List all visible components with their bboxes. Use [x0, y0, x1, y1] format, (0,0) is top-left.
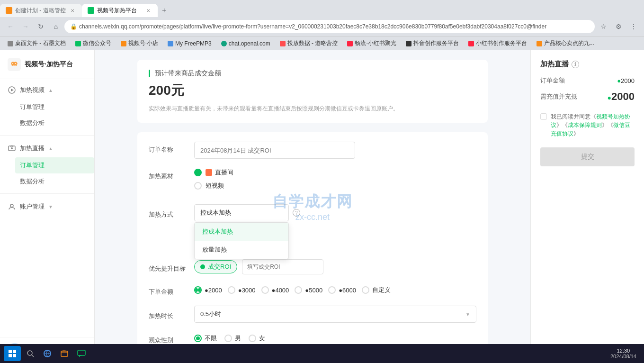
- agreement-link-2[interactable]: 成本保障规则: [568, 122, 602, 128]
- amount-item-5000[interactable]: ●5000: [295, 286, 322, 294]
- bookmark-3-label: 视频号·小店: [128, 39, 158, 47]
- audience-radio-female: [249, 335, 256, 342]
- account-icon: [8, 202, 16, 211]
- order-name-label: 订单名称: [149, 142, 187, 154]
- heating-select-trigger[interactable]: 控成本加热: [194, 204, 289, 221]
- amount-options: ●2000 ●3000 ●4000: [194, 286, 476, 294]
- heating-dropdown: 控成本加热 放量加热: [194, 222, 289, 259]
- bookmark-6[interactable]: 投放数据 - 道略营控: [276, 38, 342, 48]
- sidebar-divider-2: [0, 193, 94, 194]
- amount-item-2000[interactable]: ●2000: [194, 286, 222, 294]
- bookmark-7[interactable]: 畅流·小红书聚光: [343, 38, 400, 48]
- prediction-box: 预计带来商品成交金额 200元 实际效果与直播质量有关，未带来的观看量将在直播结…: [137, 60, 488, 123]
- bookmark-10[interactable]: 产品核心卖点的九...: [533, 38, 598, 48]
- taskbar-search[interactable]: [23, 346, 38, 361]
- audience-options: 不限 男 女: [194, 334, 476, 343]
- sidebar-sub-data-video[interactable]: 数据分析: [20, 115, 94, 131]
- taskbar-chat[interactable]: [74, 346, 89, 361]
- heating-method-control: 控成本加热 ? 控成本加热 放量加热: [194, 204, 476, 221]
- taskbar-clock: 12:30 2024/08/14: [607, 348, 640, 359]
- audience-item-female[interactable]: 女: [249, 334, 265, 343]
- home-button[interactable]: ⌂: [49, 20, 63, 33]
- amount-item-3000[interactable]: ●3000: [228, 286, 256, 294]
- priority-target-label: 优先提升目标: [149, 261, 187, 273]
- amount-radio-6000: [328, 286, 336, 294]
- heating-help-icon[interactable]: ?: [293, 209, 300, 217]
- amount-item-custom[interactable]: 自定义: [362, 286, 391, 294]
- bookmark-1[interactable]: 桌面文件 - 石墨文档: [4, 38, 70, 48]
- svg-point-2: [15, 63, 16, 64]
- tab-1-close[interactable]: ✕: [69, 7, 76, 14]
- tab-1[interactable]: 创建计划 - 道略管控 ✕: [0, 4, 82, 17]
- tab-2-close[interactable]: ✕: [144, 7, 152, 14]
- dropdown-item-volume-boost[interactable]: 放量加热: [195, 241, 288, 259]
- extension-button[interactable]: ⚙: [612, 20, 625, 33]
- audience-item-unlimited[interactable]: 不限: [194, 334, 217, 343]
- svg-point-6: [11, 147, 13, 149]
- material-label-live-box: 直播间: [206, 168, 233, 177]
- submit-button[interactable]: 提交: [540, 147, 635, 166]
- priority-tag-roi[interactable]: 成交ROI: [194, 260, 237, 273]
- bookmark-2[interactable]: 微信公众号: [72, 38, 115, 48]
- taskbar-browser[interactable]: [40, 346, 55, 361]
- bookmarks-bar: 桌面文件 - 石墨文档 微信公众号 视频号·小店 My FreePMP3 cha…: [0, 36, 644, 50]
- content-area: 自学成才网 zx-cc.net 预计带来商品成交金额 200元 实际效果与直播质…: [95, 50, 530, 363]
- material-option-live[interactable]: 直播间: [194, 168, 476, 177]
- bookmark-3[interactable]: 视频号·小店: [117, 38, 162, 48]
- bookmark-9[interactable]: 小红书创作服务平台: [465, 38, 531, 48]
- refresh-button[interactable]: ↻: [34, 20, 47, 33]
- svg-rect-20: [78, 350, 85, 355]
- live-tag-icon: [206, 169, 212, 176]
- bookmark-5[interactable]: chat.openai.com: [217, 39, 274, 48]
- right-need-label: 需充值并充抵: [540, 92, 577, 101]
- prediction-note: 实际效果与直播质量有关，未带来的观看量将在直播结束后按照规则分期微信豆或卡券退回…: [149, 104, 476, 113]
- taskbar-files[interactable]: [57, 346, 72, 361]
- menu-button[interactable]: ⋮: [627, 20, 640, 33]
- sidebar-item-account[interactable]: 账户管理 ▼: [0, 198, 94, 216]
- amount-val-4000: ●4000: [272, 287, 289, 294]
- right-panel-help-icon[interactable]: ℹ: [572, 61, 579, 68]
- address-text: channels.weixin.qq.com/promote/pages/pla…: [79, 23, 589, 30]
- amount-radio-5000: [295, 286, 302, 294]
- forward-button[interactable]: →: [19, 20, 32, 33]
- material-short-label: 短视频: [206, 182, 224, 190]
- back-button[interactable]: ←: [4, 20, 17, 33]
- address-input[interactable]: 🔒 channels.weixin.qq.com/promote/pages/p…: [64, 20, 595, 33]
- amount-item-4000[interactable]: ●4000: [261, 286, 289, 294]
- tab-2[interactable]: 视频号加热平台 ✕: [82, 4, 158, 17]
- start-button[interactable]: [4, 346, 21, 361]
- material-option-short[interactable]: 短视频: [194, 182, 476, 190]
- material-label-short-box: 短视频: [206, 182, 224, 190]
- form-box: 订单名称 加热素材 直播间: [137, 132, 488, 363]
- duration-select[interactable]: 0.5小时 ▼: [194, 306, 476, 323]
- taskbar: 12:30 2024/08/14: [0, 344, 644, 363]
- agreement-checkbox[interactable]: [540, 113, 547, 120]
- audience-radio-unlimited: [194, 335, 202, 342]
- tab-1-label: 创建计划 - 道略管控: [15, 7, 66, 15]
- roi-input[interactable]: [242, 259, 323, 274]
- bookmark-star[interactable]: ☆: [597, 20, 610, 33]
- right-order-amount-row: 订单金额 ●2000: [540, 76, 635, 85]
- material-control: 直播间 短视频: [194, 168, 476, 195]
- address-bar-row: ← → ↻ ⌂ 🔒 channels.weixin.qq.com/promote…: [0, 17, 644, 36]
- right-panel: 加热直播 ℹ 订单金额 ●2000 需充值并充抵 ●2000 我已阅读并同意《视…: [530, 50, 644, 363]
- browser-chrome: 创建计划 - 道略管控 ✕ 视频号加热平台 ✕ + ← → ↻ ⌂ 🔒 chan…: [0, 0, 644, 50]
- dropdown-item-cost-control[interactable]: 控成本加热: [195, 223, 288, 241]
- sidebar-sub-order-live[interactable]: 订单管理: [15, 157, 94, 173]
- bookmark-8[interactable]: 抖音创作服务平台: [402, 38, 463, 48]
- order-name-input[interactable]: [194, 142, 355, 159]
- sidebar-item-boost-live[interactable]: 加热直播 ▲: [0, 139, 94, 157]
- sidebar-sub-data-live[interactable]: 数据分析: [20, 173, 94, 190]
- audience-item-male[interactable]: 男: [224, 334, 241, 343]
- audience-label-unlimited: 不限: [205, 334, 217, 343]
- amount-radio-3000: [228, 286, 235, 294]
- sidebar-item-boost-video-label: 加热视频: [20, 86, 45, 94]
- amount-item-6000[interactable]: ●6000: [328, 286, 356, 294]
- right-panel-title: 加热直播 ℹ: [540, 60, 635, 69]
- new-tab-button[interactable]: +: [158, 4, 171, 17]
- sidebar-item-boost-video[interactable]: 加热视频 ▲: [0, 81, 94, 99]
- audience-label-female: 女: [259, 334, 265, 343]
- sidebar-sub-order-video[interactable]: 订单管理: [20, 99, 94, 115]
- sidebar-sub-video: 订单管理 数据分析: [0, 99, 94, 131]
- bookmark-4[interactable]: My FreePMP3: [164, 39, 215, 48]
